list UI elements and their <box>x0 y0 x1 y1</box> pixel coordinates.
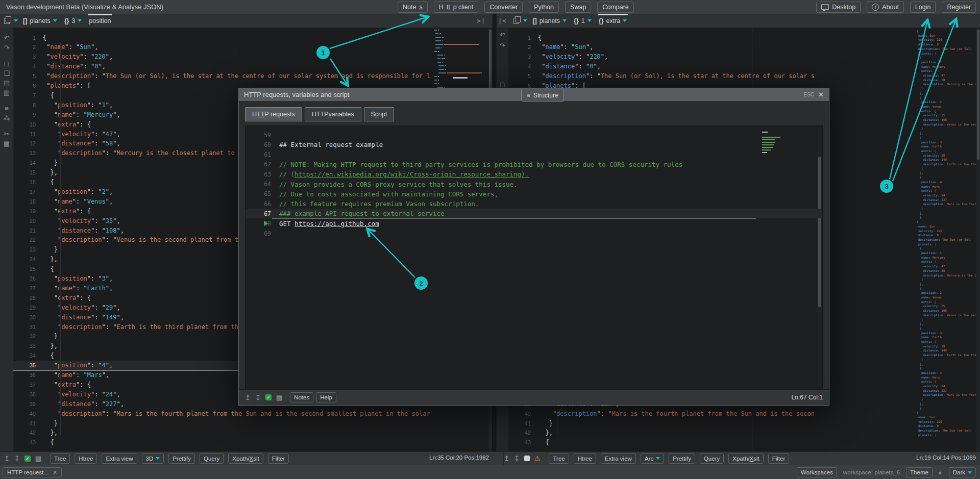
upload-icon[interactable]: ↥ <box>4 455 10 462</box>
filter-button[interactable]: Filter <box>768 453 790 464</box>
workspace-label: workspace: planets_6 <box>843 469 900 475</box>
copy-icon[interactable] <box>4 18 10 24</box>
htree-button[interactable]: Htree <box>574 453 596 464</box>
query-button[interactable]: Query <box>700 453 724 464</box>
download-icon[interactable]: ↧ <box>14 455 20 462</box>
tree-button[interactable]: Tree <box>549 453 569 464</box>
query-button[interactable]: Query <box>200 453 224 464</box>
notes-button[interactable]: Notes <box>398 2 428 13</box>
collapse-right-icon[interactable]: >| <box>477 17 485 24</box>
cut-icon[interactable]: ✂ <box>4 131 10 137</box>
paste-special-icon[interactable]: ▥ <box>4 89 10 96</box>
paste-icon[interactable]: ▤ <box>4 80 10 86</box>
modal-code-line-61: 61 <box>246 150 822 160</box>
right-pane-header: |< []planets{}1{}extra <box>496 14 980 28</box>
http-client-button[interactable]: Http client <box>434 2 479 13</box>
left-pane-toolbar: ↥↧✓▤TreeHtreeExtra view3DPrettifyQueryXp… <box>4 452 289 465</box>
valid-check-icon[interactable]: ✓ <box>24 456 31 462</box>
breadcrumb-item-3[interactable]: {}3 <box>64 16 82 26</box>
server-icon[interactable]: ▤ <box>35 455 41 462</box>
code-line-1: 1{ <box>508 33 814 42</box>
left-caret-position: Ln:35 Col:20 Pos:1982 <box>429 455 489 461</box>
modal-code-line-64: 64// Vason provides a CORS-proxy service… <box>246 180 822 189</box>
copy-icon[interactable]: ❏ <box>4 70 10 77</box>
xpath-xslt-button[interactable]: Xpath/Xslt <box>728 453 763 464</box>
close-icon[interactable]: ✕ <box>818 91 824 98</box>
prettify-button[interactable]: Prettify <box>669 453 695 464</box>
right-scrollbar[interactable] <box>976 28 980 451</box>
code-line-5: 5 "description": "The Sun (or Sol), is t… <box>13 71 431 81</box>
modal-code-line-60: 60## External request example <box>246 140 822 149</box>
htree-button[interactable]: Htree <box>75 453 97 464</box>
redo-icon[interactable]: ↷ <box>4 44 10 51</box>
download-icon[interactable]: ↧ <box>514 455 520 462</box>
python-button[interactable]: Python <box>529 2 559 13</box>
select-icon[interactable]: ◻ <box>500 81 505 88</box>
xpath-xslt-button[interactable]: Xpath/Xslt <box>228 453 263 464</box>
dark-theme-dropdown[interactable]: Dark <box>949 467 976 477</box>
modal-code-line-65: 65// Due to costs associated with mainta… <box>246 189 822 199</box>
breadcrumb-item-planets[interactable]: []planets <box>532 16 567 26</box>
run-request-icon[interactable] <box>264 221 268 226</box>
login-button[interactable]: Login <box>910 2 936 13</box>
help-button[interactable]: Help <box>316 392 336 402</box>
extra-view-button[interactable]: Extra view <box>601 453 636 464</box>
tab-script[interactable]: Script <box>364 107 395 121</box>
prettify-button[interactable]: Prettify <box>168 453 195 464</box>
undo-icon[interactable]: ↶ <box>4 35 10 41</box>
select-icon[interactable]: ◻ <box>4 60 10 67</box>
check-icon[interactable]: ✓ <box>265 394 272 400</box>
breadcrumb-item-1[interactable]: {}1 <box>574 16 592 26</box>
arc-button[interactable]: Arc <box>641 453 664 464</box>
redo-icon[interactable]: ↷ <box>500 42 505 49</box>
extra-view-button[interactable]: Extra view <box>102 453 137 464</box>
upload-icon[interactable]: ↥ <box>245 394 251 401</box>
workspaces-button[interactable]: Workspaces <box>797 467 837 477</box>
server-icon[interactable]: ▤ <box>276 394 282 401</box>
code-line-5: 5 "description": "The Sun (or Sol), is t… <box>508 71 814 81</box>
upload-icon[interactable]: ↥ <box>504 455 509 462</box>
warning-icon[interactable]: ⚠ <box>534 455 541 462</box>
close-icon[interactable]: ✕ <box>53 469 57 476</box>
square-icon[interactable] <box>524 456 530 461</box>
http-request-tab[interactable]: HTTP request... ✕ <box>3 467 62 477</box>
3d-button[interactable]: 3D <box>142 453 164 464</box>
modal-footer: ↥ ↧ ✓ ▤ NotesHelp Ln:67 Col:1 <box>239 389 829 405</box>
chevron-down-icon[interactable] <box>523 19 527 22</box>
modal-code-editor[interactable]: 5960## External request example6162// NO… <box>245 125 823 390</box>
structure-button[interactable]: ≡Structure <box>521 89 564 102</box>
list-icon[interactable]: ≡ <box>5 105 9 112</box>
esc-label: ESC <box>804 92 815 97</box>
breadcrumb-item-planets[interactable]: []planets <box>23 16 57 26</box>
register-button[interactable]: Register <box>942 2 976 13</box>
converter-button[interactable]: Converter <box>484 2 523 13</box>
breadcrumb-item-extra[interactable]: {}extra <box>599 16 627 26</box>
about-button[interactable]: iAbout <box>867 2 904 13</box>
download-icon[interactable]: ↧ <box>255 394 261 401</box>
right-pane-toolbar: ↥↧⚠TreeHtreeExtra viewArcPrettifyQueryXp… <box>503 452 789 465</box>
left-tool-strip: ↶↷◻❏▤▥≡⁂✂▦ <box>0 28 14 451</box>
theme-mode-icon[interactable]: ◐ <box>939 469 943 476</box>
collapse-left-icon[interactable]: |< <box>498 17 506 24</box>
minimap-scroll-indicator[interactable] <box>453 77 468 79</box>
copy-icon[interactable] <box>513 18 519 24</box>
breadcrumb-item-position[interactable]: position <box>89 16 111 26</box>
filter-button[interactable]: Filter <box>268 453 289 464</box>
desktop-button[interactable]: Desktop <box>816 2 861 13</box>
modal-code-line-66: 66// this feature requires premium Vason… <box>246 199 822 209</box>
notes-button[interactable]: Notes <box>290 392 313 402</box>
chevron-down-icon[interactable] <box>14 19 18 22</box>
modal-code-line-59: 59 <box>246 130 822 140</box>
code-line-4: 4 "distance": "0", <box>508 62 814 71</box>
swap-button[interactable]: Swap <box>565 2 591 13</box>
code-line-2: 2 "name": "Sun", <box>13 42 431 52</box>
theme-button[interactable]: Theme <box>906 467 933 477</box>
structure-minimap[interactable]: {name: Sunvelocity: 220distance: 0descri… <box>917 30 977 451</box>
graph-icon[interactable]: ⁂ <box>4 115 10 121</box>
delete-icon[interactable]: ▦ <box>4 140 10 147</box>
undo-icon[interactable]: ↶ <box>500 32 505 38</box>
tab-http-requests[interactable]: HTTP requests <box>245 107 302 121</box>
tab-http-variables[interactable]: HTTP variables <box>305 107 361 121</box>
tree-button[interactable]: Tree <box>50 453 70 464</box>
compare-button[interactable]: Compare <box>597 2 633 13</box>
